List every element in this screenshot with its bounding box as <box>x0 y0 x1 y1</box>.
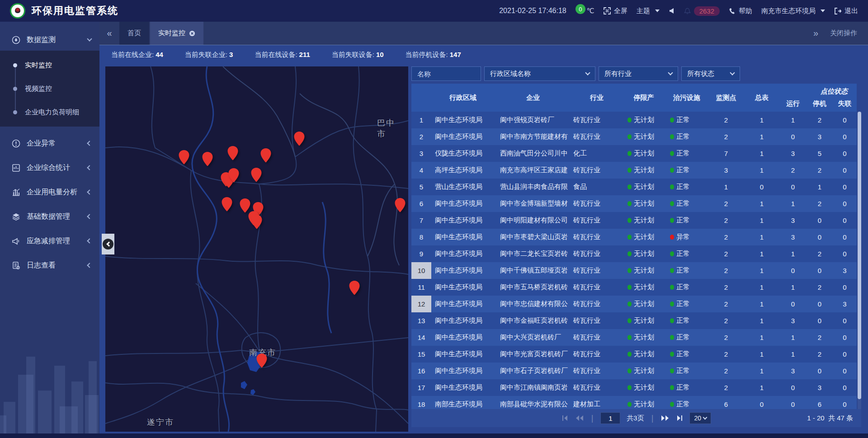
sidebar-item-video-monitor[interactable]: 视频监控 <box>0 77 99 100</box>
close-operations-button[interactable]: 关闭操作 <box>830 29 857 38</box>
table-row[interactable]: 8 阆中生态环境局 阆中市枣碧大梁山页岩 砖瓦行业 无计划 异常 2 1 3 0… <box>411 229 857 245</box>
sidebar-item-emergency-reduction[interactable]: 应急减排管理 <box>0 229 99 253</box>
sidebar-item-enterprise-abnormal[interactable]: 企业异常 <box>0 131 99 155</box>
cell-total-meter: 1 <box>744 300 779 308</box>
map-marker-pin[interactable] <box>260 148 272 163</box>
stat-lost-enterprises: 当前失联企业:3 <box>185 51 233 59</box>
table-row[interactable]: 5 营山生态环境局 营山县润丰肉食品有限 食品 无计划 正常 1 0 0 1 0 <box>411 179 857 195</box>
fullscreen-button[interactable]: 全屏 <box>604 7 627 15</box>
status-dot-icon <box>627 235 632 240</box>
map-marker-pin[interactable] <box>202 151 213 167</box>
status-dot-icon <box>627 201 632 206</box>
sidebar-subitem-label: 实时监控 <box>25 61 52 70</box>
cell-pollution-facility: 正常 <box>665 199 708 208</box>
statistics-icon <box>12 164 20 172</box>
table-row[interactable]: 11 阆中生态环境局 阆中市五马桥页岩机砖 砖瓦行业 无计划 正常 2 1 1 … <box>411 279 857 296</box>
table-row[interactable]: 15 阆中生态环境局 阆中市光富页岩机砖厂 砖瓦行业 无计划 正常 2 1 1 … <box>411 346 857 363</box>
industry-select[interactable]: 所有行业 <box>599 66 678 81</box>
table-row[interactable]: 14 阆中生态环境局 阆中大兴页岩机砖厂 砖瓦行业 无计划 正常 2 1 1 2… <box>411 329 857 346</box>
cell-pollution-facility: 正常 <box>665 216 708 225</box>
table-row[interactable]: 2 阆中生态环境局 阆中市南方节能建材有 砖瓦行业 无计划 正常 2 1 0 3… <box>411 128 857 145</box>
map-marker-pin[interactable] <box>250 167 262 183</box>
tabs-scroll-left-button[interactable]: « <box>99 22 119 45</box>
table-row[interactable]: 10 阆中生态环境局 阆中千佛镇五郎垭页岩 砖瓦行业 无计划 正常 2 1 0 … <box>411 262 857 279</box>
cell-company: 阆中明阳建材有限公司 <box>495 216 571 225</box>
panel-collapse-button[interactable] <box>102 234 114 254</box>
page-size-select[interactable]: 20 <box>689 412 711 424</box>
cell-industry: 砖瓦行业 <box>571 116 622 124</box>
cell-total-meter: 1 <box>744 384 779 391</box>
status-dot-icon <box>670 168 674 173</box>
cell-total-meter: 0 <box>744 400 779 408</box>
notifications[interactable]: 2632 <box>684 6 720 16</box>
cell-lost: 0 <box>833 334 857 341</box>
map-marker-pin[interactable] <box>227 146 239 161</box>
map-marker-pin[interactable] <box>228 168 240 183</box>
table-row[interactable]: 6 阆中生态环境局 阆中市金博瑞新型墙材 砖瓦行业 无计划 正常 2 1 1 2… <box>411 195 857 212</box>
map[interactable]: 巴中市南充市遂宁市 <box>105 66 408 432</box>
mute-button[interactable] <box>669 8 675 14</box>
cell-company: 阆中大兴页岩机砖厂 <box>495 333 571 342</box>
tabs-scroll-right-button[interactable]: » <box>813 28 818 38</box>
cell-monitor-points: 2 <box>708 367 744 375</box>
status-dot-icon <box>627 285 632 290</box>
temperature: 0 ℃ <box>576 7 594 15</box>
region-select[interactable]: 行政区域名称 <box>484 66 595 81</box>
cell-total-meter: 1 <box>744 267 779 274</box>
cell-stop-production: 无计划 <box>622 250 665 258</box>
map-city-label: 遂宁市 <box>147 417 174 428</box>
page-number-input[interactable] <box>600 412 620 424</box>
close-icon[interactable] <box>189 30 195 37</box>
table-row[interactable]: 17 阆中生态环境局 阆中市江南镇阆南页岩 砖瓦行业 无计划 正常 2 1 0 … <box>411 379 857 396</box>
name-search-input[interactable] <box>411 66 481 81</box>
first-page-button[interactable] <box>561 415 569 421</box>
cell-run: 0 <box>779 183 807 191</box>
org-dropdown[interactable]: 南充市生态环境局 <box>761 7 825 15</box>
sidebar-item-base-data[interactable]: 基础数据管理 <box>0 204 99 229</box>
scrollbar-thumb[interactable] <box>858 112 861 399</box>
status-select[interactable]: 所有状态 <box>681 66 740 81</box>
sidebar-item-power-analysis[interactable]: 企业用电量分析 <box>0 180 99 204</box>
map-marker-pin[interactable] <box>349 280 360 296</box>
table-row[interactable]: 7 阆中生态环境局 阆中明阳建材有限公司 砖瓦行业 无计划 正常 2 1 3 0… <box>411 212 857 229</box>
cell-halt: 2 <box>807 200 833 207</box>
status-dot-icon <box>670 184 674 189</box>
table-row[interactable]: 9 阆中生态环境局 阆中市二龙长宝页岩砖 砖瓦行业 无计划 正常 2 1 1 2… <box>411 245 857 262</box>
table-row[interactable]: 4 高坪生态环境局 南充市高坪区王家店建 砖瓦行业 无计划 正常 3 1 2 2… <box>411 162 857 179</box>
cell-industry: 砖瓦行业 <box>571 166 622 174</box>
table-row[interactable]: 1 阆中生态环境局 阆中强锐页岩砖厂 砖瓦行业 无计划 正常 2 1 1 2 0 <box>411 112 857 128</box>
map-marker-pin[interactable] <box>251 214 263 230</box>
prev-page-button[interactable] <box>575 415 584 421</box>
theme-label: 主题 <box>637 7 650 15</box>
status-dot-icon <box>627 218 632 223</box>
table-row[interactable]: 13 阆中生态环境局 阆中市金福旺页岩机砖 砖瓦行业 无计划 正常 2 1 3 … <box>411 312 857 329</box>
map-marker-pin[interactable] <box>221 197 233 212</box>
sidebar-item-power-load-detail[interactable]: 企业电力负荷明细 <box>0 100 99 124</box>
sidebar-item-enterprise-statistics[interactable]: 企业综合统计 <box>0 155 99 180</box>
tab-home[interactable]: 首页 <box>119 22 149 45</box>
table-row[interactable]: 16 阆中生态环境局 阆中市石子页岩机砖厂 砖瓦行业 无计划 正常 2 1 3 … <box>411 363 857 379</box>
table-row[interactable]: 12 阆中生态环境局 阆中市忠信建材有限公 砖瓦行业 无计划 正常 2 1 0 … <box>411 296 857 312</box>
main-area: « 首页 实时监控 » 关闭操作 当前在线企业:44 当前失联企业:3 当前在线… <box>99 22 868 433</box>
map-marker-pin[interactable] <box>394 198 406 213</box>
map-marker-pin[interactable] <box>256 353 268 368</box>
status-dot-icon <box>670 301 674 306</box>
map-marker-pin[interactable] <box>293 131 305 146</box>
next-page-button[interactable] <box>660 415 670 421</box>
table-row[interactable]: 3 仪陇生态环境局 西南油气田分公司川中 化工 无计划 正常 7 1 3 5 0 <box>411 145 857 162</box>
tab-realtime-monitor[interactable]: 实时监控 <box>150 22 203 45</box>
map-marker-pin[interactable] <box>178 150 190 165</box>
cell-company: 阆中市江南镇阆南页岩 <box>495 383 571 392</box>
theme-dropdown[interactable]: 主题 <box>637 7 660 15</box>
col-point-status-group: 点位状态 <box>821 87 848 96</box>
help-button[interactable]: 帮助 <box>729 7 752 15</box>
table-row[interactable]: 18 南部生态环境局 南部县砒华水泥有限公 建材加工 无计划 正常 6 0 0 … <box>411 396 857 409</box>
sidebar-item-realtime-monitor[interactable]: 实时监控 <box>0 53 99 77</box>
logout-button[interactable]: 退出 <box>834 7 858 15</box>
chevron-left-icon <box>103 239 113 250</box>
sidebar-item-data-monitoring[interactable]: 数据监测 <box>0 29 99 51</box>
cell-company: 阆中市金博瑞新型墙材 <box>495 199 571 208</box>
last-page-button[interactable] <box>676 415 683 421</box>
total-pages-label: 共3页 <box>627 414 644 423</box>
sidebar-item-log-view[interactable]: 日志查看 <box>0 253 99 278</box>
